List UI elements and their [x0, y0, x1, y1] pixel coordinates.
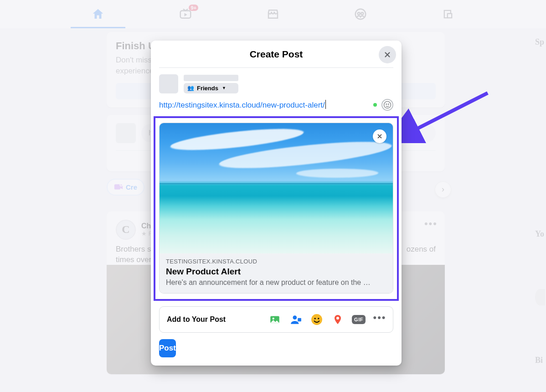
feeling-button[interactable] — [311, 314, 323, 325]
svg-point-9 — [388, 104, 389, 105]
more-options-button[interactable]: ••• — [374, 314, 386, 325]
tag-people-button[interactable] — [290, 314, 302, 325]
svg-point-16 — [318, 318, 319, 319]
close-icon — [376, 133, 383, 139]
preview-domain: TESTINGSITEX.KINSTA.CLOUD — [166, 258, 386, 265]
svg-rect-13 — [298, 318, 301, 322]
modal-title: Create Post — [250, 49, 303, 60]
svg-point-15 — [314, 318, 316, 319]
remove-preview-button[interactable] — [373, 129, 386, 143]
feeling-icon — [311, 314, 323, 325]
link-preview-card[interactable]: TESTINGSITEX.KINSTA.CLOUD New Product Al… — [159, 123, 393, 294]
author-avatar[interactable] — [159, 74, 178, 93]
audience-label: Friends — [197, 85, 218, 92]
checkin-button[interactable] — [332, 314, 344, 325]
post-button[interactable]: Post — [159, 339, 176, 357]
add-to-post-bar: Add to Your Post GIF ••• — [159, 306, 393, 333]
modal-header: Create Post — [159, 41, 393, 68]
friends-icon: 👥 — [187, 85, 194, 91]
location-icon — [332, 314, 343, 325]
photo-video-button[interactable] — [269, 314, 281, 325]
add-to-post-label: Add to Your Post — [167, 315, 226, 324]
link-preview-meta: TESTINGSITEX.KINSTA.CLOUD New Product Al… — [160, 253, 393, 293]
emoji-button[interactable] — [381, 99, 393, 111]
close-button[interactable] — [379, 46, 396, 63]
preview-title: New Product Alert — [166, 267, 386, 277]
svg-point-17 — [336, 317, 339, 320]
photo-icon — [269, 314, 281, 325]
post-text-area[interactable]: http://testingsitex.kinsta.cloud/new-pro… — [151, 96, 402, 112]
create-post-modal: Create Post 👥 Friends ▼ http://testingsi… — [151, 41, 402, 366]
pasted-link: http://testingsitex.kinsta.cloud/new-pro… — [159, 101, 325, 110]
tag-person-icon — [290, 314, 302, 325]
gif-button[interactable]: GIF — [353, 314, 365, 325]
preview-description: Here's an announcement for a new product… — [166, 279, 386, 287]
svg-point-14 — [311, 314, 322, 325]
close-icon — [383, 51, 391, 59]
audience-selector[interactable]: 👥 Friends ▼ — [184, 83, 238, 93]
author-name — [184, 75, 238, 81]
author-row: 👥 Friends ▼ — [151, 68, 402, 96]
annotation-highlight: TESTINGSITEX.KINSTA.CLOUD New Product Al… — [154, 116, 399, 301]
svg-point-12 — [293, 315, 297, 320]
background-color-picker[interactable] — [373, 103, 377, 107]
emoji-icon — [383, 101, 391, 109]
svg-point-8 — [386, 104, 387, 105]
svg-point-7 — [384, 102, 391, 108]
svg-point-11 — [273, 318, 274, 320]
chevron-down-icon: ▼ — [222, 86, 226, 90]
text-cursor — [325, 100, 326, 109]
link-preview-image — [160, 123, 393, 253]
gif-icon: GIF — [352, 315, 366, 324]
